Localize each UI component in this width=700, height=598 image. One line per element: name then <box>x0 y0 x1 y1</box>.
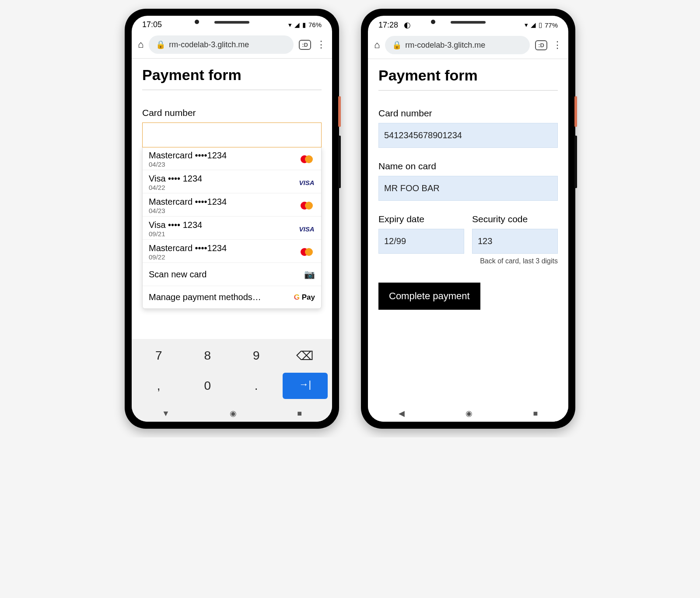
gpay-icon: G Pay <box>294 293 315 302</box>
numeric-keyboard: 789⌫ ,0.→| <box>132 339 332 403</box>
card-brand-mask: Mastercard ••••1234 <box>149 150 227 161</box>
complete-payment-button[interactable]: Complete payment <box>378 283 480 310</box>
cvc-input[interactable] <box>472 229 558 254</box>
system-nav-bar: ◀ ◉ ■ <box>368 403 568 422</box>
volume-button <box>338 136 341 188</box>
nav-recent-icon[interactable]: ■ <box>297 409 302 418</box>
status-time: 17:05 <box>142 20 162 29</box>
card-expiry: 04/22 <box>149 184 202 191</box>
wifi-icon: ▾ <box>525 21 528 29</box>
page-title: Payment form <box>142 66 322 90</box>
url-text: rm-codelab-3.glitch.me <box>405 41 485 50</box>
phone-mockup-right: 17:28 ◐ ▾ ◢ ▯ 77% ⌂ 🔒 rm-codelab-3.glitc… <box>361 9 575 429</box>
mastercard-icon <box>301 202 313 210</box>
numpad-key-9[interactable]: 9 <box>234 343 279 369</box>
nav-back-icon[interactable]: ◀ <box>399 409 405 418</box>
card-number-label: Card number <box>142 108 322 118</box>
home-icon[interactable]: ⌂ <box>374 39 380 51</box>
nav-home-icon[interactable]: ◉ <box>466 409 472 418</box>
card-brand-mask: Visa •••• 1234 <box>149 220 202 230</box>
page-title: Payment form <box>378 67 558 91</box>
mastercard-icon <box>301 248 313 256</box>
card-expiry: 09/21 <box>149 230 202 238</box>
browser-toolbar: ⌂ 🔒 rm-codelab-3.glitch.me :D ⋮ <box>368 31 568 59</box>
manage-payment-methods[interactable]: Manage payment methods… G Pay <box>143 286 321 308</box>
power-button <box>338 96 341 127</box>
visa-icon: VISA <box>299 225 314 233</box>
browser-toolbar: ⌂ 🔒 rm-codelab-3.glitch.me :D ⋮ <box>132 31 332 59</box>
tab-count-badge[interactable]: :D <box>299 40 311 50</box>
nav-back-icon[interactable]: ▼ <box>162 409 170 418</box>
status-icons: ▾ ◢ ▮ 76% <box>288 21 322 29</box>
page-content: Payment form Card number Name on card Ex… <box>368 59 568 403</box>
enter-key[interactable]: →| <box>283 373 328 399</box>
status-bar: 17:05 ▾ ◢ ▮ 76% <box>132 16 332 31</box>
expiry-input[interactable] <box>378 229 464 254</box>
autofill-card-item[interactable]: Mastercard ••••123409/22 <box>143 240 321 263</box>
numpad-key-0[interactable]: 0 <box>185 373 231 399</box>
scan-new-card-label: Scan new card <box>149 269 206 280</box>
power-button <box>574 96 577 127</box>
scan-new-card[interactable]: Scan new card 📷 <box>143 263 321 286</box>
lock-icon: 🔒 <box>392 40 402 50</box>
card-brand-mask: Visa •••• 1234 <box>149 174 202 184</box>
data-saver-icon: ◐ <box>404 21 411 29</box>
card-brand-mask: Mastercard ••••1234 <box>149 197 227 207</box>
numpad-key-8[interactable]: 8 <box>185 343 231 369</box>
volume-button <box>574 136 577 188</box>
lock-icon: 🔒 <box>156 40 165 49</box>
status-bar: 17:28 ◐ ▾ ◢ ▯ 77% <box>368 16 568 31</box>
nav-recent-icon[interactable]: ■ <box>533 409 538 418</box>
card-number-input[interactable] <box>142 122 322 147</box>
name-label: Name on card <box>378 161 558 171</box>
autofill-card-item[interactable]: Visa •••• 123409/21VISA <box>143 217 321 240</box>
cvc-hint: Back of card, last 3 digits <box>378 257 558 265</box>
numpad-key-7[interactable]: 7 <box>136 343 182 369</box>
nav-home-icon[interactable]: ◉ <box>230 409 237 418</box>
battery-icon: ▮ <box>302 21 306 29</box>
screen-right: 17:28 ◐ ▾ ◢ ▯ 77% ⌂ 🔒 rm-codelab-3.glitc… <box>368 16 568 422</box>
numpad-key-.[interactable]: . <box>234 373 279 399</box>
address-bar[interactable]: 🔒 rm-codelab-3.glitch.me <box>385 36 530 54</box>
card-expiry: 04/23 <box>149 207 227 214</box>
tab-count-badge[interactable]: :D <box>535 40 547 50</box>
card-expiry: 09/22 <box>149 253 227 261</box>
phone-mockup-left: 17:05 ▾ ◢ ▮ 76% ⌂ 🔒 rm-codelab-3.glitch.… <box>125 9 339 429</box>
overflow-menu-icon[interactable]: ⋮ <box>553 39 562 51</box>
backspace-key[interactable]: ⌫ <box>283 343 328 369</box>
card-number-label: Card number <box>378 108 558 119</box>
system-nav-bar: ▼ ◉ ■ <box>132 403 332 422</box>
autofill-card-item[interactable]: Visa •••• 123404/22VISA <box>143 170 321 193</box>
wifi-icon: ▾ <box>288 21 292 29</box>
manage-payment-label: Manage payment methods… <box>149 292 261 302</box>
card-brand-mask: Mastercard ••••1234 <box>149 243 227 253</box>
autofill-card-item[interactable]: Mastercard ••••123404/23 <box>143 147 321 170</box>
name-input[interactable] <box>378 176 558 201</box>
url-text: rm-codelab-3.glitch.me <box>169 40 249 49</box>
cvc-label: Security code <box>472 214 558 224</box>
overflow-menu-icon[interactable]: ⋮ <box>316 39 326 50</box>
signal-icon: ◢ <box>294 21 300 29</box>
card-number-input[interactable] <box>378 123 558 148</box>
address-bar[interactable]: 🔒 rm-codelab-3.glitch.me <box>149 35 294 54</box>
page-content: Payment form Card number Mastercard ••••… <box>132 59 332 339</box>
autofill-dropdown: Mastercard ••••123404/23Visa •••• 123404… <box>142 147 322 309</box>
visa-icon: VISA <box>299 179 314 186</box>
status-icons: ▾ ◢ ▯ 77% <box>525 21 558 29</box>
numpad-key-,[interactable]: , <box>136 373 182 399</box>
signal-icon: ◢ <box>531 21 536 29</box>
expiry-label: Expiry date <box>378 214 464 224</box>
camera-icon: 📷 <box>304 269 315 280</box>
autofill-card-item[interactable]: Mastercard ••••123404/23 <box>143 193 321 217</box>
home-icon[interactable]: ⌂ <box>138 39 144 50</box>
battery-icon: ▯ <box>539 21 542 29</box>
battery-pct: 77% <box>545 21 558 29</box>
battery-pct: 76% <box>308 21 322 28</box>
screen-left: 17:05 ▾ ◢ ▮ 76% ⌂ 🔒 rm-codelab-3.glitch.… <box>132 16 332 422</box>
card-expiry: 04/23 <box>149 161 227 168</box>
mastercard-icon <box>301 155 313 163</box>
status-time: 17:28 <box>378 21 398 29</box>
